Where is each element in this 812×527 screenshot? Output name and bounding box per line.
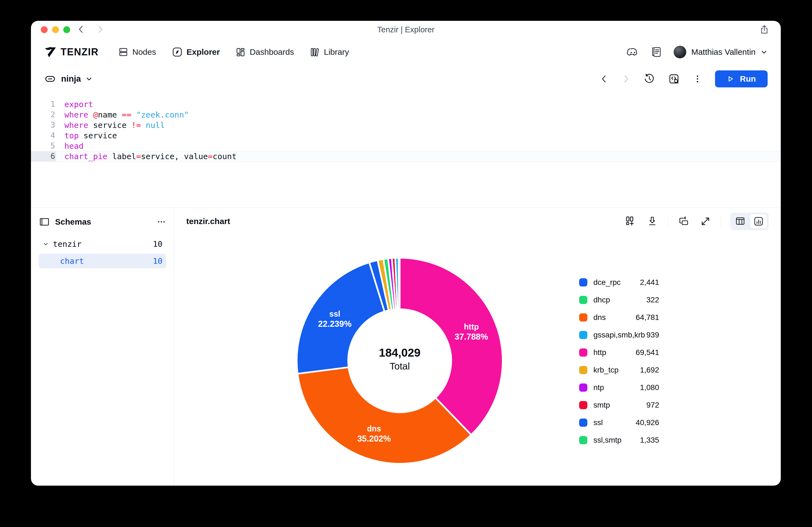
legend-label: dce_rpc: [593, 278, 621, 287]
pie-slice-ssl[interactable]: [297, 262, 385, 374]
expand-icon[interactable]: [699, 215, 711, 228]
legend-swatch: [579, 278, 588, 287]
legend-item[interactable]: dhcp322: [579, 296, 659, 304]
schema-group-count: 10: [153, 239, 166, 249]
code-line: 1export: [31, 99, 781, 109]
legend-value: 1,692: [640, 366, 659, 375]
tab-dashboards-label: Dashboards: [250, 47, 294, 57]
legend-label: http: [593, 348, 606, 357]
legend-swatch: [579, 383, 588, 392]
discord-icon[interactable]: [626, 46, 639, 58]
pie-chart[interactable]: http37.788%dns35.202%ssl22.239% 184,029 …: [290, 251, 509, 470]
nodes-icon: [118, 47, 128, 57]
panel-toggle-icon[interactable]: [39, 216, 50, 228]
pie-total-label: Total: [390, 361, 410, 371]
legend-label: ssl,smtp: [593, 436, 622, 444]
line-number: 6: [31, 151, 56, 162]
legend-swatch: [579, 331, 588, 339]
schema-group-tenzir[interactable]: tenzir 10: [39, 237, 166, 251]
view-switcher: [730, 213, 769, 230]
legend-value: 2,441: [640, 278, 659, 287]
legend-value: 322: [646, 295, 659, 304]
tab-explorer[interactable]: Explorer: [172, 47, 220, 57]
docs-icon[interactable]: [651, 46, 662, 58]
legend-item[interactable]: ssl,smtp1,335: [579, 436, 659, 444]
legend-value: 939: [646, 331, 659, 339]
schema-group-name: tenzir: [53, 239, 82, 249]
pie-slice-dns[interactable]: [298, 367, 471, 464]
schemas-title: Schemas: [55, 217, 151, 226]
add-to-dashboard-icon[interactable]: [624, 215, 637, 228]
tab-explorer-label: Explorer: [187, 47, 220, 57]
code-line: 3where service != null: [31, 120, 781, 130]
link-icon: [44, 73, 56, 85]
legend-label: ntp: [593, 383, 604, 392]
tenzir-logo-icon: [44, 46, 57, 58]
legend-value: 69,541: [636, 348, 659, 357]
table-view-button[interactable]: [732, 214, 749, 228]
chevron-down-icon: [760, 48, 768, 56]
tab-nodes[interactable]: Nodes: [118, 47, 156, 57]
legend-swatch: [579, 419, 588, 427]
legend-item[interactable]: smtp972: [579, 401, 659, 409]
window-title: Tenzir | Explorer: [31, 21, 781, 38]
schemas-more-icon[interactable]: [156, 217, 166, 227]
pipeline-selector[interactable]: ninja: [44, 73, 92, 85]
more-options-icon[interactable]: [693, 74, 702, 84]
app-window: Tenzir | Explorer TENZIR Nodes: [31, 21, 781, 486]
history-icon[interactable]: [643, 73, 655, 85]
schema-item-chart[interactable]: chart 10: [39, 254, 166, 268]
tab-library-label: Library: [324, 47, 349, 57]
share-icon[interactable]: [759, 25, 769, 34]
code-line: 2where @name == "zeek.conn": [31, 109, 781, 120]
query-toolbar: ninja: [31, 66, 781, 92]
legend-label: krb_tcp: [593, 366, 619, 375]
legend-item[interactable]: krb_tcp1,692: [579, 366, 659, 374]
legend-label: gssapi,smb,krb: [593, 331, 645, 339]
legend-label: dns: [593, 313, 606, 322]
legend-swatch: [579, 296, 588, 304]
user-menu[interactable]: Matthias Vallentin: [674, 46, 768, 58]
legend-value: 1,080: [640, 383, 659, 392]
code-search-icon[interactable]: [668, 73, 680, 85]
titlebar: Tenzir | Explorer: [31, 21, 781, 38]
avatar: [674, 46, 686, 58]
history-forward-icon[interactable]: [621, 74, 630, 84]
result-schema-title: tenzir.chart: [186, 217, 230, 226]
legend-item[interactable]: dns64,781: [579, 313, 659, 322]
legend-swatch: [579, 401, 588, 409]
line-number: 2: [31, 109, 56, 120]
code-line: 5head: [31, 141, 781, 151]
tab-library[interactable]: Library: [310, 47, 349, 57]
line-number: 4: [31, 130, 56, 141]
tab-nodes-label: Nodes: [132, 47, 156, 57]
legend-label: smtp: [593, 401, 610, 410]
legend-item[interactable]: ssl40,926: [579, 419, 659, 427]
line-number: 5: [31, 141, 56, 151]
run-button-label: Run: [740, 74, 756, 84]
tab-dashboards[interactable]: Dashboards: [236, 47, 294, 57]
code-line: 4top service: [31, 130, 781, 141]
pie-total-value: 184,029: [379, 346, 421, 359]
results-panel: tenzir.chart: [174, 208, 781, 486]
history-back-icon[interactable]: [599, 74, 609, 84]
download-icon[interactable]: [646, 215, 658, 228]
run-button[interactable]: Run: [715, 70, 768, 87]
legend-item[interactable]: gssapi,smb,krb939: [579, 331, 659, 339]
query-editor[interactable]: 1export2where @name == "zeek.conn"3where…: [31, 92, 781, 207]
chart-legend: dce_rpc2,441dhcp322dns64,781gssapi,smb,k…: [579, 278, 659, 444]
legend-value: 972: [646, 401, 659, 410]
dashboards-icon: [236, 47, 245, 57]
pie-slice-dhcp[interactable]: [398, 258, 400, 309]
legend-item[interactable]: ntp1,080: [579, 383, 659, 392]
tree-chevron-down-icon: [42, 241, 49, 247]
tenzir-logo[interactable]: TENZIR: [44, 46, 99, 58]
legend-label: dhcp: [593, 295, 610, 304]
legend-item[interactable]: dce_rpc2,441: [579, 278, 659, 287]
legend-item[interactable]: http69,541: [579, 348, 659, 357]
copy-pivot-icon[interactable]: [678, 215, 690, 228]
legend-value: 1,335: [640, 436, 659, 444]
chart-view-button[interactable]: [750, 214, 767, 229]
legend-value: 64,781: [636, 313, 659, 322]
legend-swatch: [579, 436, 588, 444]
